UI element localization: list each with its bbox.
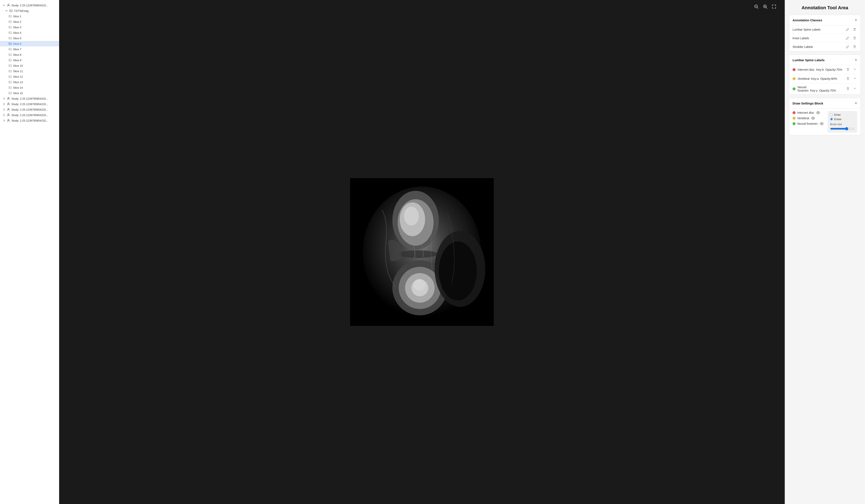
slice-image-icon xyxy=(9,25,12,29)
expand-label-button[interactable] xyxy=(853,77,857,81)
zoom-in-button[interactable] xyxy=(762,3,768,10)
user-icon xyxy=(7,3,10,7)
slice-item-slice-7[interactable]: Slice 7 xyxy=(0,46,59,52)
lumbar-labels-card: Lumbar Spine Labels + Intervert disc Key… xyxy=(789,55,861,95)
svg-point-33 xyxy=(8,97,9,98)
study-label-1: Study: 2.25.1239795854232... xyxy=(11,4,57,7)
expand-label-button[interactable] xyxy=(853,86,857,91)
chevron-down-icon xyxy=(5,9,8,12)
slice-image-icon xyxy=(9,64,12,67)
draw-settings-body: Intervert disc Vertebral Neural foramen xyxy=(789,108,861,135)
erase-radio-option[interactable]: Erase xyxy=(830,118,855,121)
slice-label: Slice 15 xyxy=(13,92,57,95)
svg-point-36 xyxy=(8,114,9,115)
draw-item-row: Neural foramen xyxy=(793,122,825,125)
slice-item-slice-8[interactable]: Slice 8 xyxy=(0,52,59,57)
annotation-class-label: Lumbar Spine Labels xyxy=(793,28,843,31)
study-item-4[interactable]: Study: 2.25.1239795854232... xyxy=(0,107,59,112)
slice-label: Slice 5 xyxy=(13,37,57,40)
slice-item-slice-12[interactable]: Slice 12 xyxy=(0,74,59,79)
draw-settings-title: Draw Settings Block xyxy=(793,102,823,105)
brush-size-label: Brush size xyxy=(830,123,855,126)
slice-item-slice-4[interactable]: Slice 4 xyxy=(0,30,59,35)
annotation-class-row: Lumbar Spine Labels xyxy=(789,25,861,34)
lumbar-label-text: Vertebral Key:a Opacity:60% xyxy=(798,77,843,80)
study-label: Study: 2.25.1239795854232... xyxy=(11,119,57,122)
study-label: Study: 2.25.1239795854232... xyxy=(11,97,57,100)
slice-item-slice-11[interactable]: Slice 11 xyxy=(0,68,59,74)
slice-item-slice-10[interactable]: Slice 10 xyxy=(0,63,59,68)
delete-annotation-class-button[interactable] xyxy=(852,45,857,49)
erase-radio[interactable] xyxy=(830,118,833,120)
slice-label: Slice 13 xyxy=(13,81,57,84)
delete-annotation-class-button[interactable] xyxy=(852,36,857,40)
slice-image-icon xyxy=(9,42,12,45)
slice-image-icon xyxy=(9,14,12,18)
main-content xyxy=(59,0,785,504)
slice-label: Slice 9 xyxy=(13,59,57,62)
svg-point-51 xyxy=(439,242,477,301)
brush-size-slider[interactable] xyxy=(830,127,855,130)
slice-item-slice-5[interactable]: Slice 5 xyxy=(0,35,59,41)
study-item-6[interactable]: Study: 2.25.1239795854232... xyxy=(0,118,59,123)
series-label-1: T2/TSE/sag. xyxy=(14,9,57,12)
user-icon xyxy=(7,108,10,111)
slice-item-slice-1[interactable]: Slice 1 xyxy=(0,13,59,19)
svg-point-49 xyxy=(397,250,438,258)
lumbar-labels-title: Lumbar Spine Labels xyxy=(793,58,824,62)
edit-annotation-class-button[interactable] xyxy=(845,36,850,40)
slice-item-slice-2[interactable]: Slice 2 xyxy=(0,19,59,24)
visibility-toggle-button[interactable] xyxy=(811,117,815,120)
draw-settings-card: Draw Settings Block + Intervert disc Ver… xyxy=(789,98,861,135)
delete-annotation-class-button[interactable] xyxy=(852,27,857,32)
visibility-toggle-button[interactable] xyxy=(816,111,820,114)
slice-label: Slice 7 xyxy=(13,48,57,51)
edit-annotation-class-button[interactable] xyxy=(845,27,850,32)
slice-item-slice-6[interactable]: Slice 6 xyxy=(0,41,59,46)
chevron-right-icon xyxy=(2,97,5,100)
chevron-down-icon xyxy=(2,4,5,7)
add-annotation-class-button[interactable]: + xyxy=(855,18,857,22)
label-color-dot xyxy=(793,87,796,90)
slice-image-icon xyxy=(9,75,12,78)
slice-item-slice-13[interactable]: Slice 13 xyxy=(0,79,59,85)
chevron-right-icon xyxy=(2,103,5,106)
fullscreen-button[interactable] xyxy=(771,3,777,10)
slice-label: Slice 10 xyxy=(13,64,57,67)
user-icon xyxy=(7,97,10,100)
draw-radio[interactable] xyxy=(830,113,833,116)
lumbar-labels-header: Lumbar Spine Labels + xyxy=(789,55,861,65)
visibility-toggle-button[interactable] xyxy=(819,122,824,125)
study-item-3[interactable]: Study: 2.25.1239795854232... xyxy=(0,101,59,107)
lumbar-label-row: Neural foramen Key:y Opacity:70% xyxy=(789,83,861,94)
slice-item-slice-3[interactable]: Slice 3 xyxy=(0,24,59,30)
slice-item-slice-15[interactable]: Slice 15 xyxy=(0,90,59,96)
slice-item-slice-9[interactable]: Slice 9 xyxy=(0,57,59,63)
study-item-2[interactable]: Study: 2.25.1239795854232... xyxy=(0,96,59,101)
study-item-5[interactable]: Study: 2.25.1239795854232... xyxy=(0,112,59,118)
delete-lumbar-label-button[interactable] xyxy=(845,87,851,91)
slice-item-slice-14[interactable]: Slice 14 xyxy=(0,85,59,90)
delete-lumbar-label-button[interactable] xyxy=(845,77,851,81)
zoom-out-button[interactable] xyxy=(753,3,759,10)
user-icon xyxy=(7,113,10,117)
slice-label: Slice 11 xyxy=(13,70,57,73)
delete-lumbar-label-button[interactable] xyxy=(845,68,851,72)
edit-annotation-class-button[interactable] xyxy=(845,45,850,49)
user-icon xyxy=(7,102,10,106)
viewer-area xyxy=(59,0,785,504)
add-draw-setting-button[interactable]: + xyxy=(855,101,857,105)
study-item-1[interactable]: Study: 2.25.1239795854232... xyxy=(0,2,59,8)
add-lumbar-label-button[interactable]: + xyxy=(855,58,857,62)
slice-label: Slice 4 xyxy=(13,31,57,34)
series-item-1[interactable]: T2/TSE/sag. xyxy=(0,8,59,13)
slice-label: Slice 8 xyxy=(13,53,57,56)
annotation-class-label: Knee Labels xyxy=(793,36,843,40)
annotation-classes-title: Annotation Classes xyxy=(793,19,822,22)
annotation-class-row: Knee Labels xyxy=(789,34,861,43)
study-label: Study: 2.25.1239795854232... xyxy=(11,103,57,106)
expand-label-button[interactable] xyxy=(853,67,857,72)
slice-image-icon xyxy=(9,31,12,34)
draw-radio-option[interactable]: Draw xyxy=(830,113,855,116)
lumbar-label-row: Vertebral Key:a Opacity:60% xyxy=(789,74,861,83)
